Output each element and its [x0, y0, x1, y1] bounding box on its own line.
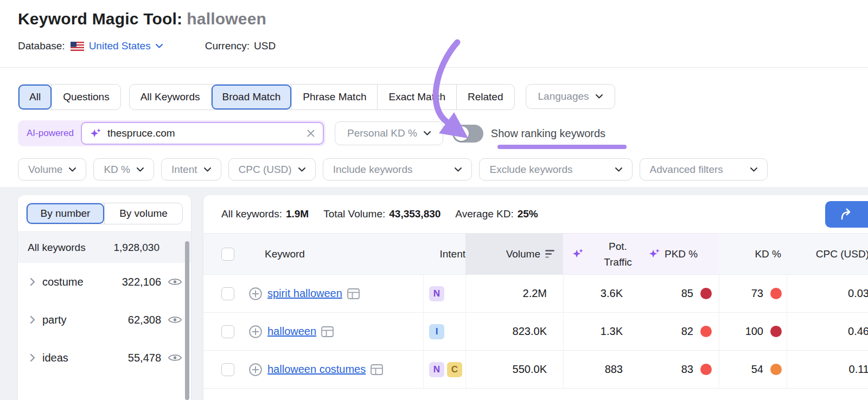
keyword-magic-tool-page: Keyword Magic Tool:halloween Database: U… [0, 0, 868, 400]
volume-cell: 823.0K [465, 313, 563, 350]
chevron-down-icon [156, 44, 163, 48]
tab-all-keywords[interactable]: All Keywords [130, 85, 211, 109]
cpc-cell: 0.46 [787, 313, 868, 350]
keyword-link[interactable]: spirit halloween [267, 287, 342, 300]
sidebar-group-ideas[interactable]: ideas 55,478 [18, 339, 191, 377]
pkd-value: 83 [681, 363, 693, 376]
chevron-right-icon[interactable] [30, 278, 35, 286]
clear-input-icon[interactable] [307, 129, 315, 138]
header-keyword[interactable]: Keyword [241, 234, 423, 274]
filter-cpc-label: CPC (USD) [239, 164, 292, 176]
pkd-difficulty-dot [700, 288, 712, 299]
cpc-cell: 0.11 [787, 351, 868, 388]
header-pot-traffic[interactable]: Pot.Traffic [596, 238, 640, 270]
filter-kd[interactable]: KD % [93, 158, 154, 180]
group-value: 55,478 [128, 352, 161, 364]
header-pot-line1: Pot. [609, 241, 627, 252]
header-volume-label: Volume [506, 248, 540, 260]
database-selector[interactable]: United States [89, 40, 163, 52]
summary-all-keywords: All keywords:1.9M [221, 208, 309, 220]
chevron-down-icon [615, 167, 622, 172]
currency-value: USD [254, 40, 276, 51]
chevron-down-icon [424, 131, 431, 136]
tab-related[interactable]: Related [456, 85, 514, 109]
intent-badge: C [447, 362, 462, 377]
database-value: United States [89, 40, 151, 52]
keyword-search-box[interactable] [81, 122, 324, 145]
tab-by-number[interactable]: By number [27, 203, 104, 224]
tab-phrase-match[interactable]: Phrase Match [291, 85, 377, 109]
serp-features-icon[interactable] [371, 364, 383, 375]
header-volume[interactable]: Volume [465, 234, 563, 274]
group-value: 322,106 [122, 276, 161, 288]
filter-advanced-label: Advanced filters [650, 164, 723, 176]
serp-features-icon[interactable] [347, 288, 360, 299]
keyword-link[interactable]: halloween [267, 325, 316, 338]
add-keyword-icon[interactable] [248, 325, 263, 339]
match-tab-group: All Keywords Broad Match Phrase Match Ex… [129, 84, 515, 110]
share-button[interactable] [825, 201, 868, 228]
header-divider [0, 67, 868, 68]
personal-kd-label: Personal KD % [347, 127, 417, 139]
summary-all-keywords-label: All keywords: [221, 208, 282, 220]
serp-features-icon[interactable] [321, 326, 334, 337]
filter-exclude-keywords[interactable]: Exclude keywords [479, 158, 632, 180]
filter-advanced[interactable]: Advanced filters [640, 158, 768, 180]
filter-include-keywords[interactable]: Include keywords [323, 158, 473, 180]
tab-all[interactable]: All [18, 85, 52, 109]
row-checkbox[interactable] [221, 325, 234, 338]
add-keyword-icon[interactable] [248, 363, 263, 377]
tab-by-volume[interactable]: By volume [104, 203, 182, 224]
languages-dropdown[interactable]: Languages [526, 84, 615, 109]
sidebar-scrollbar[interactable] [185, 241, 189, 400]
show-ranking-keywords-toggle[interactable] [452, 125, 483, 143]
sidebar-all-keywords-row[interactable]: All keywords 1,928,030 [18, 232, 191, 263]
summary-all-keywords-value: 1.9M [286, 208, 309, 220]
filter-volume[interactable]: Volume [18, 158, 86, 180]
search-input[interactable] [107, 127, 307, 139]
pot-traffic-cell: 3.6K [563, 275, 635, 312]
header-ai-columns: Pot.Traffic PKD % [563, 234, 719, 274]
eye-icon[interactable] [168, 353, 182, 363]
keyword-cell: spirit halloween [241, 275, 423, 312]
select-all-checkbox[interactable] [221, 248, 234, 261]
header-kd[interactable]: KD % [719, 234, 787, 274]
group-label: ideas [42, 352, 128, 364]
summary-average-kd-label: Average KD: [455, 208, 513, 220]
kd-difficulty-dot [770, 326, 782, 337]
show-ranking-keywords-wrap: Show ranking keywords [491, 127, 605, 140]
row-checkbox[interactable] [221, 287, 234, 300]
header-intent[interactable]: Intent [423, 234, 465, 274]
intent-cell: N C [423, 351, 465, 388]
row-checkbox-cell [203, 313, 241, 350]
keyword-groups-panel: By number By volume All keywords 1,928,0… [18, 195, 191, 400]
eye-icon[interactable] [168, 315, 182, 325]
kd-difficulty-dot [770, 288, 782, 299]
tab-broad-match[interactable]: Broad Match [211, 85, 292, 109]
chevron-right-icon[interactable] [30, 353, 35, 362]
add-keyword-icon[interactable] [248, 287, 263, 301]
tab-exact-match[interactable]: Exact Match [377, 85, 456, 109]
filter-volume-label: Volume [28, 164, 62, 176]
row-checkbox[interactable] [221, 363, 234, 376]
chevron-right-icon[interactable] [30, 315, 35, 324]
sidebar-group-costume[interactable]: costume 322,106 [18, 263, 191, 301]
row-checkbox-cell [203, 351, 241, 388]
keyword-link[interactable]: halloween costumes [267, 363, 366, 376]
filter-cpc[interactable]: CPC (USD) [228, 158, 316, 180]
tab-questions[interactable]: Questions [52, 85, 120, 109]
intent-badge: N [429, 286, 444, 301]
header-pkd[interactable]: PKD % [665, 248, 698, 260]
eye-icon[interactable] [168, 277, 182, 287]
sidebar-group-party[interactable]: party 62,308 [18, 301, 191, 339]
personal-kd-dropdown[interactable]: Personal KD % [335, 121, 443, 145]
sidebar-all-keywords-label: All keywords [28, 242, 86, 254]
filter-exclude-label: Exclude keywords [489, 164, 572, 176]
header-pot-line2: Traffic [604, 256, 632, 268]
filter-intent[interactable]: Intent [161, 158, 221, 180]
header-cpc[interactable]: CPC (USD) [787, 234, 868, 274]
table-row: halloween I 823.0K 1.3K 82 100 0.46 [203, 312, 868, 350]
share-arrow-icon [839, 208, 854, 221]
chevron-down-icon [298, 167, 305, 172]
group-label: costume [42, 276, 122, 288]
